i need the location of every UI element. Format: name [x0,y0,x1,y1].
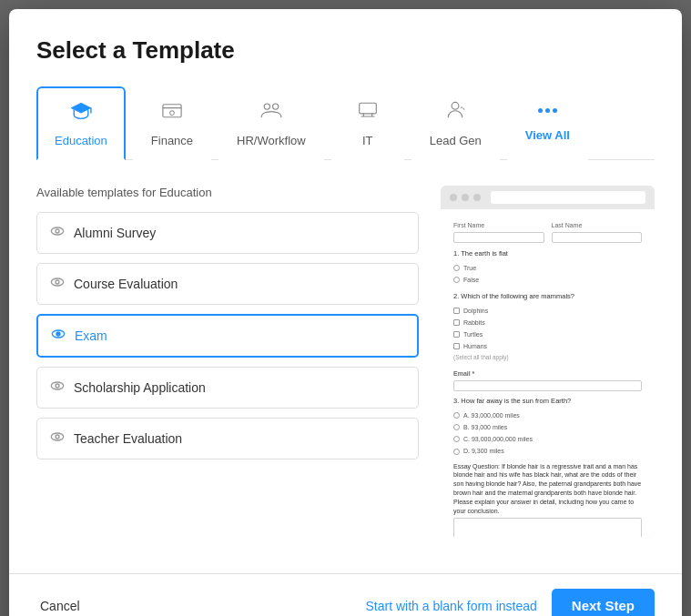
svg-point-10 [56,280,59,284]
tab-view-all[interactable]: View All [507,86,588,160]
tab-finance-label: Finance [151,134,193,147]
modal-body: Select a Template Education [9,9,682,555]
template-item-alumni-survey[interactable]: Alumni Survey [36,212,419,254]
eye-icon-exam [51,327,66,345]
lead-gen-icon [442,97,468,128]
svg-point-15 [51,433,63,440]
preview-radio-true [453,265,460,271]
tab-lead-gen[interactable]: Lead Gen [412,86,500,160]
education-icon [68,97,94,128]
svg-point-3 [264,104,269,109]
preview-q2-humans: Humans [453,341,642,351]
finance-icon [159,97,185,128]
template-list-section: Available templates for Education Alumni… [36,186,419,537]
svg-point-4 [272,104,278,109]
preview-q3-d: D. 9,300 miles [453,446,642,456]
main-content: Available templates for Education Alumni… [36,186,655,537]
preview-radio-q3a [453,412,460,419]
template-label-teacher-evaluation: Teacher Evaluation [74,431,182,446]
svg-point-12 [56,332,60,336]
preview-q2-turtles: Turtles [453,329,642,339]
modal-footer: Cancel Start with a blank form instead N… [9,574,682,616]
browser-dot-1 [450,194,457,201]
preview-radio-q3b [453,424,460,430]
tab-it-label: IT [362,134,373,147]
template-item-exam[interactable]: Exam [36,314,419,358]
section-label: Available templates for Education [36,186,419,199]
next-step-button[interactable]: Next Step [552,589,655,616]
tab-lead-gen-label: Lead Gen [430,134,482,147]
preview-form-content: First Name Last Name 1. The earth is fla… [441,209,655,537]
preview-q2-label: 2. Which of the following are mammals? [453,291,642,302]
tab-education-label: Education [55,134,107,147]
template-label-exam: Exam [75,328,107,343]
template-item-teacher-evaluation[interactable]: Teacher Evaluation [36,418,419,459]
preview-q3-b: B. 93,000 miles [453,422,642,432]
preview-last-name-label: Last Name [552,220,643,230]
preview-essay-block: Essay Question: If blonde hair is a regr… [453,462,642,537]
tab-hr-label: HR/Workflow [237,134,306,147]
preview-cb-dolphins [453,308,460,314]
template-label-alumni-survey: Alumni Survey [74,226,156,240]
template-item-course-evaluation[interactable]: Course Evaluation [36,263,419,305]
preview-cb-humans [453,343,460,349]
template-label-scholarship-application: Scholarship Application [74,380,206,395]
preview-q3-a: A. 93,000,000 miles [453,410,642,420]
preview-q3-c: C. 93,000,000,000 miles [453,434,642,444]
preview-essay-textarea [453,518,642,537]
svg-point-7 [51,227,63,235]
preview-last-name-input [552,232,643,243]
preview-q1-label: 1. The earth is flat [453,248,642,259]
svg-point-8 [56,229,59,233]
preview-radio-q3c [453,436,460,442]
preview-q3-block: 3. How far away is the sun from Earth? A… [453,396,642,457]
svg-rect-5 [359,103,376,114]
svg-point-9 [51,278,63,286]
svg-point-14 [56,384,59,388]
preview-q3-label: 3. How far away is the sun from Earth? [453,396,642,407]
preview-radio-q3d [453,449,460,455]
template-label-course-evaluation: Course Evaluation [74,277,178,291]
preview-essay-label: Essay Question: If blonde hair is a regr… [453,462,642,516]
hr-icon [259,97,284,128]
browser-dot-2 [462,194,469,201]
preview-q2-block: 2. Which of the following are mammals? D… [453,291,642,363]
modal-title: Select a Template [36,36,655,65]
preview-browser: First Name Last Name 1. The earth is fla… [441,186,655,537]
tab-hr-workflow[interactable]: HR/Workflow [218,86,324,160]
preview-select-all: (Select all that apply) [453,353,642,362]
preview-email-block: Email * [453,369,642,391]
select-template-modal: Select a Template Education [9,9,682,616]
preview-q1-false: False [453,275,642,285]
preview-q2-rabbits: Rabbits [453,318,642,328]
preview-email-label: Email * [453,369,642,379]
eye-icon-teacher [50,429,65,448]
view-all-icon [538,97,557,123]
tab-finance[interactable]: Finance [133,86,211,160]
footer-right: Start with a blank form instead Next Ste… [366,589,655,616]
template-item-scholarship-application[interactable]: Scholarship Application [36,367,419,409]
preview-q1-true: True [453,263,642,273]
preview-q2-dolphins: Dolphins [453,306,642,316]
preview-q1-block: 1. The earth is flat True False [453,248,642,285]
preview-name-row: First Name Last Name [453,220,642,243]
preview-first-name-label: First Name [453,220,544,230]
svg-point-13 [51,382,63,389]
category-tabs: Education Finance [36,86,655,160]
tab-view-all-label: View All [525,128,570,142]
preview-cb-turtles [453,331,460,338]
eye-icon-course [50,275,65,293]
tab-it[interactable]: IT [331,86,404,160]
browser-search-bar [491,191,645,204]
browser-bar [441,186,655,209]
template-preview: First Name Last Name 1. The earth is fla… [441,186,655,537]
tab-education[interactable]: Education [36,86,126,160]
svg-point-6 [452,102,459,109]
blank-form-button[interactable]: Start with a blank form instead [366,599,537,613]
preview-first-name-input [453,232,544,243]
preview-cb-rabbits [453,319,460,326]
it-icon [355,97,381,128]
eye-icon-scholarship [50,379,65,397]
cancel-button[interactable]: Cancel [36,591,84,617]
svg-point-2 [170,111,175,116]
